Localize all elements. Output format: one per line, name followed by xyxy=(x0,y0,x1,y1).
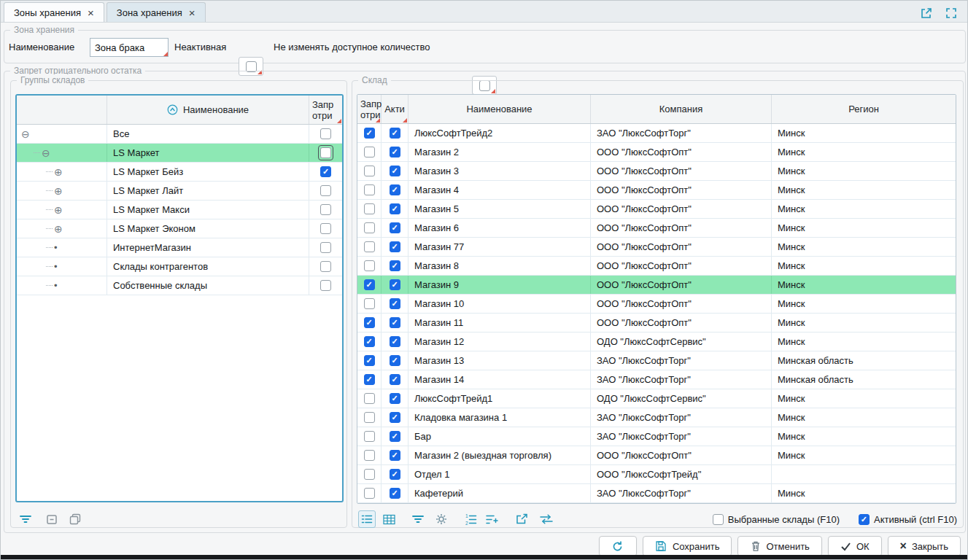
group-restrict-checkbox[interactable] xyxy=(320,204,331,215)
warehouse-active-cell[interactable] xyxy=(382,484,409,502)
warehouse-row[interactable]: Магазин 6ООО "ЛюксСофтОпт"Минск xyxy=(357,219,956,238)
group-name-cell[interactable]: LS Маркет xyxy=(107,144,309,162)
warehouse-row[interactable]: КафетерийЗАО "ЛюксСофтТорг"Минск xyxy=(357,484,956,503)
warehouse-active-cell[interactable] xyxy=(382,219,409,237)
warehouse-company-cell[interactable]: ОДО "ЛюксСофтСервис" xyxy=(591,389,772,408)
warehouse-restrict-cell[interactable] xyxy=(357,257,382,275)
warehouse-restrict-checkbox[interactable] xyxy=(364,374,375,385)
group-restrict-cell[interactable] xyxy=(309,144,342,162)
group-name-cell[interactable]: Собственные склады xyxy=(107,276,309,295)
warehouse-restrict-cell[interactable] xyxy=(357,295,382,313)
warehouse-active-cell[interactable] xyxy=(382,465,409,483)
group-row[interactable]: •ИнтернетМагазин xyxy=(17,238,342,257)
warehouse-restrict-cell[interactable] xyxy=(357,124,382,142)
grid-view-icon[interactable] xyxy=(380,510,398,528)
group-restrict-cell[interactable] xyxy=(309,201,342,219)
warehouse-row[interactable]: Магазин 77ООО "ЛюксСофтОпт"Минск xyxy=(357,238,956,257)
group-restrict-cell[interactable] xyxy=(309,163,342,181)
warehouse-active-checkbox[interactable] xyxy=(390,128,400,139)
warehouse-restrict-column-header[interactable]: Запр отри xyxy=(357,95,382,123)
group-row[interactable]: ⊕LS Маркет Лайт xyxy=(17,182,342,201)
warehouse-restrict-checkbox[interactable] xyxy=(364,241,375,252)
warehouse-name-cell[interactable]: Отдел 1 xyxy=(409,465,591,483)
expand-node-icon[interactable]: ⊕ xyxy=(54,167,63,177)
warehouse-region-cell[interactable]: Минская область xyxy=(772,370,956,389)
group-restrict-checkbox[interactable] xyxy=(320,185,331,196)
warehouse-restrict-checkbox[interactable] xyxy=(364,336,375,347)
warehouse-company-cell[interactable]: ЗАО "ЛюксСофтТорг" xyxy=(591,124,772,142)
expand-node-icon[interactable]: ⊕ xyxy=(54,224,63,234)
warehouse-company-cell[interactable]: ООО "ЛюксСофтОпт" xyxy=(591,238,772,256)
warehouse-region-cell[interactable]: Минск xyxy=(772,276,956,294)
warehouse-restrict-checkbox[interactable] xyxy=(364,412,375,423)
warehouse-row[interactable]: Магазин 5ООО "ЛюксСофтОпт"Минск xyxy=(357,200,956,219)
warehouse-active-checkbox[interactable] xyxy=(390,412,400,423)
warehouse-restrict-checkbox[interactable] xyxy=(364,317,375,328)
warehouse-active-checkbox[interactable] xyxy=(390,488,400,499)
warehouse-restrict-checkbox[interactable] xyxy=(364,450,375,461)
tab-close-icon[interactable]: × xyxy=(189,7,195,18)
group-name-cell[interactable]: LS Маркет Лайт xyxy=(107,182,309,200)
group-restrict-checkbox[interactable] xyxy=(320,223,331,234)
restrict-column-header[interactable]: Запр отри xyxy=(309,96,342,124)
warehouse-region-cell[interactable]: Минск xyxy=(772,389,956,408)
warehouse-name-cell[interactable]: ЛюксСофтТрейд1 xyxy=(409,389,591,408)
expand-node-icon[interactable]: ⊕ xyxy=(54,186,63,196)
warehouse-name-cell[interactable]: Магазин 14 xyxy=(409,370,591,389)
warehouse-active-checkbox[interactable] xyxy=(390,393,400,404)
warehouse-active-cell[interactable] xyxy=(382,238,409,256)
group-restrict-cell[interactable] xyxy=(309,125,342,143)
warehouse-active-cell[interactable] xyxy=(382,408,409,427)
warehouse-name-cell[interactable]: Магазин 4 xyxy=(409,181,591,199)
warehouse-company-cell[interactable]: ООО "ЛюксСофтОпт" xyxy=(591,257,772,275)
group-name-cell[interactable]: LS Маркет Эконом xyxy=(107,219,309,238)
warehouse-company-cell[interactable]: ООО "ЛюксСофтТрейд" xyxy=(591,465,772,483)
warehouse-name-cell[interactable]: Кафетерий xyxy=(409,484,591,502)
group-restrict-checkbox[interactable] xyxy=(320,261,331,272)
group-row[interactable]: •Склады контрагентов xyxy=(17,257,342,276)
warehouse-company-column-header[interactable]: Компания xyxy=(591,95,772,123)
group-restrict-checkbox[interactable] xyxy=(320,147,331,158)
group-row[interactable]: ⊕LS Маркет Макси xyxy=(17,201,342,219)
warehouse-row[interactable]: Магазин 11ООО "ЛюксСофтОпт"Минск xyxy=(357,314,956,332)
ok-button[interactable]: ОК xyxy=(828,536,882,556)
zone-name-input[interactable] xyxy=(90,38,169,57)
tab-storage-zones[interactable]: Зоны хранения × xyxy=(4,2,104,22)
warehouse-company-cell[interactable]: ОДО "ЛюксСофтСервис" xyxy=(591,332,772,351)
warehouse-active-checkbox[interactable] xyxy=(390,298,400,309)
warehouse-company-cell[interactable]: ЗАО "ЛюксСофтТорг" xyxy=(591,351,772,370)
warehouse-company-cell[interactable]: ЗАО "ЛюксСофтТорг" xyxy=(591,370,772,389)
group-row[interactable]: ⊕LS Маркет Эконом xyxy=(17,219,342,238)
name-column-header[interactable]: Наименование xyxy=(107,96,309,124)
warehouse-active-cell[interactable] xyxy=(382,124,409,142)
warehouse-restrict-cell[interactable] xyxy=(357,200,382,218)
collapse-all-icon[interactable] xyxy=(43,510,61,528)
fit-window-icon[interactable] xyxy=(942,4,960,22)
expand-levels-icon[interactable] xyxy=(66,510,84,528)
tab-close-icon[interactable]: × xyxy=(88,7,94,18)
warehouse-restrict-checkbox[interactable] xyxy=(364,298,375,309)
warehouse-region-cell[interactable]: Минск xyxy=(772,314,956,332)
warehouse-region-cell[interactable]: Минск xyxy=(772,408,956,427)
warehouse-region-cell[interactable]: Минск xyxy=(772,238,956,256)
warehouse-row[interactable]: Магазин 2 (выездная торговля)ООО "ЛюксСо… xyxy=(357,446,956,465)
warehouse-restrict-cell[interactable] xyxy=(357,484,382,502)
selected-warehouses-checkbox[interactable] xyxy=(713,514,724,525)
expand-node-icon[interactable]: ⊕ xyxy=(54,205,63,215)
active-filter[interactable]: Активный (ctrl F10) xyxy=(859,514,957,525)
warehouse-active-checkbox[interactable] xyxy=(390,222,400,233)
warehouse-active-checkbox[interactable] xyxy=(390,374,400,385)
warehouse-row[interactable]: Магазин 3ООО "ЛюксСофтОпт"Минск xyxy=(357,162,956,181)
warehouse-region-cell[interactable]: Минская область xyxy=(772,351,956,370)
warehouse-restrict-cell[interactable] xyxy=(357,370,382,389)
warehouse-active-cell[interactable] xyxy=(382,370,409,389)
warehouse-region-cell[interactable]: Минск xyxy=(772,143,956,161)
group-restrict-checkbox[interactable] xyxy=(320,242,331,253)
warehouse-restrict-checkbox[interactable] xyxy=(364,166,375,176)
warehouse-active-cell[interactable] xyxy=(382,446,409,464)
warehouse-row[interactable]: ЛюксСофтТрейд1ОДО "ЛюксСофтСервис"Минск xyxy=(357,389,956,408)
warehouse-company-cell[interactable]: ЗАО "ЛюксСофтТорг" xyxy=(591,427,772,446)
warehouse-restrict-checkbox[interactable] xyxy=(364,488,375,499)
warehouse-active-checkbox[interactable] xyxy=(390,279,400,290)
warehouse-region-cell[interactable]: Минск xyxy=(772,295,956,313)
